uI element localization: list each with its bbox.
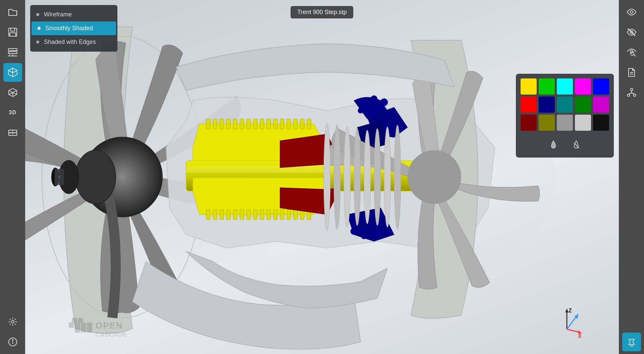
right-sidebar: [619, 0, 644, 354]
svg-rect-55: [206, 210, 210, 220]
collapse-panel-arrow[interactable]: ‹: [55, 169, 64, 185]
sidebar-btn-3d-view[interactable]: [3, 63, 22, 82]
svg-rect-93: [81, 327, 86, 333]
svg-rect-90: [78, 318, 83, 323]
svg-rect-4: [8, 52, 17, 54]
svg-marker-99: [565, 308, 569, 312]
svg-point-86: [394, 125, 401, 229]
sidebar-btn-3d-label[interactable]: 3D: [3, 103, 22, 122]
color-swatch-olive[interactable]: [539, 115, 555, 131]
sidebar-btn-list[interactable]: [3, 43, 22, 62]
svg-point-85: [384, 127, 391, 227]
svg-rect-42: [226, 119, 230, 129]
sidebar-btn-wireframe[interactable]: [3, 83, 22, 102]
svg-point-78: [408, 150, 461, 204]
color-swatch-magenta[interactable]: [575, 78, 591, 95]
svg-point-81: [344, 127, 351, 227]
sidebar-btn-settings[interactable]: [3, 312, 22, 331]
svg-point-79: [324, 123, 330, 231]
svg-rect-3: [8, 49, 17, 51]
svg-rect-63: [260, 210, 264, 220]
color-palette-panel: [516, 74, 614, 158]
no-fill-btn[interactable]: [568, 137, 584, 153]
sidebar-btn-paint[interactable]: [622, 333, 641, 351]
svg-rect-48: [267, 119, 271, 129]
svg-rect-39: [206, 119, 210, 129]
color-swatch-light-gray[interactable]: [575, 115, 591, 131]
svg-text:X: X: [578, 333, 582, 339]
color-swatch-teal[interactable]: [557, 97, 573, 113]
svg-line-27: [629, 93, 632, 94]
sidebar-btn-info[interactable]: [3, 333, 22, 351]
svg-point-24: [627, 94, 630, 97]
svg-point-23: [630, 88, 633, 91]
axis-indicator: Z X: [548, 306, 582, 341]
dot-shaded-edges: [36, 41, 39, 44]
menu-item-shaded-edges[interactable]: Shaded with Edges: [30, 35, 117, 49]
svg-rect-58: [226, 210, 230, 220]
watermark: OPEN CASCADE: [69, 312, 163, 341]
color-swatch-cyan[interactable]: [557, 78, 573, 95]
color-swatch-green[interactable]: [539, 78, 555, 95]
color-swatch-dark-blue[interactable]: [539, 97, 555, 113]
svg-rect-92: [75, 327, 80, 333]
viewport[interactable]: ‹ OPEN CASCADE Z: [25, 0, 619, 354]
svg-line-101: [567, 316, 577, 329]
svg-rect-91: [81, 322, 86, 328]
sidebar-btn-visibility[interactable]: [622, 3, 641, 21]
color-grid: [521, 78, 609, 131]
svg-rect-46: [253, 119, 257, 129]
sidebar-btn-network[interactable]: [622, 83, 641, 102]
svg-text:CASCADE: CASCADE: [96, 331, 127, 338]
sidebar-btn-hide[interactable]: [622, 23, 641, 42]
svg-rect-43: [233, 119, 237, 129]
sidebar-btn-open[interactable]: [3, 3, 22, 21]
color-swatch-purple[interactable]: [593, 97, 609, 113]
svg-rect-53: [300, 119, 304, 129]
sidebar-btn-document[interactable]: [622, 63, 641, 82]
svg-point-80: [334, 125, 340, 229]
color-swatch-dark-green[interactable]: [575, 97, 591, 113]
sidebar-btn-save[interactable]: [3, 23, 22, 42]
svg-point-74: [358, 108, 363, 113]
color-swatch-gray[interactable]: [557, 115, 573, 131]
svg-point-34: [75, 150, 116, 204]
svg-rect-1: [11, 28, 15, 31]
svg-rect-51: [287, 119, 291, 129]
menu-item-wireframe[interactable]: Wireframe: [30, 8, 117, 21]
svg-text:Z: Z: [569, 308, 572, 313]
menu-item-smoothly-shaded[interactable]: Smoothly Shaded: [32, 21, 116, 35]
svg-rect-64: [267, 210, 271, 220]
svg-point-14: [12, 340, 13, 340]
svg-rect-57: [220, 210, 224, 220]
svg-rect-45: [247, 119, 251, 129]
left-sidebar: 3D: [0, 0, 25, 354]
color-swatch-dark-red[interactable]: [521, 115, 537, 131]
svg-rect-60: [240, 210, 244, 220]
svg-rect-44: [240, 119, 244, 129]
svg-rect-94: [87, 322, 92, 328]
color-swatch-black[interactable]: [593, 115, 609, 131]
svg-rect-87: [69, 322, 74, 328]
svg-point-75: [351, 228, 357, 235]
sidebar-btn-clip[interactable]: [3, 123, 22, 142]
fill-color-btn[interactable]: [545, 137, 561, 153]
svg-point-73: [380, 99, 388, 106]
engine-render: [25, 0, 619, 354]
svg-rect-50: [280, 119, 284, 129]
color-swatch-blue[interactable]: [593, 78, 609, 95]
display-mode-menu: Wireframe Smoothly Shaded Shaded with Ed…: [30, 5, 117, 52]
svg-point-83: [364, 130, 371, 224]
dot-smoothly-shaded: [38, 27, 41, 30]
svg-rect-41: [220, 119, 224, 129]
svg-rect-49: [273, 119, 277, 129]
color-swatch-red[interactable]: [521, 97, 537, 113]
color-swatch-yellow[interactable]: [521, 78, 537, 95]
svg-rect-54: [307, 119, 311, 129]
svg-rect-68: [293, 210, 298, 220]
svg-rect-95: [87, 327, 92, 333]
svg-rect-67: [287, 210, 291, 220]
svg-text:OPEN: OPEN: [96, 320, 123, 331]
svg-rect-52: [293, 119, 298, 129]
sidebar-btn-inspect[interactable]: [622, 43, 641, 62]
